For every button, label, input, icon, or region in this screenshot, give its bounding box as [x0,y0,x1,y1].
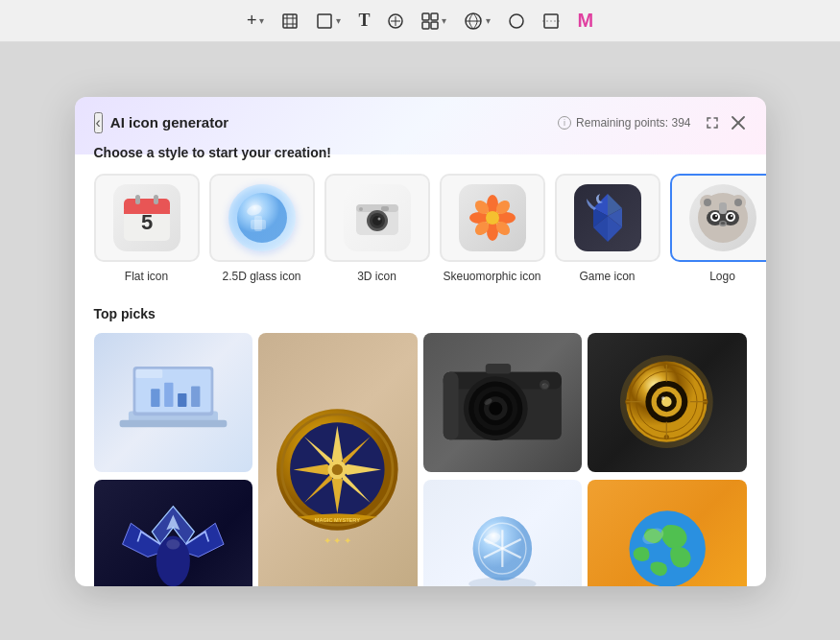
add-tool[interactable]: + ▾ [247,11,265,31]
svg-point-45 [486,211,499,225]
grid-tool[interactable]: ▾ [464,12,491,31]
svg-rect-70 [119,420,227,427]
camera-3d-svg [348,189,406,247]
pick-gold-disc[interactable] [588,333,747,472]
style-card-3d[interactable]: 3D icon [324,174,430,283]
svg-rect-9 [422,22,429,29]
modal-header: ‹ AI icon generator i Remaining points: … [75,97,766,145]
crop-tool[interactable] [542,12,560,30]
style-card-game[interactable]: Game icon [555,174,660,283]
svg-text:MAGIC MYSTERY: MAGIC MYSTERY [315,517,360,523]
svg-rect-103 [486,364,511,374]
gold-disc-svg [599,343,734,461]
pen-tool[interactable] [387,12,404,30]
3d-icon-label: 3D icon [357,270,396,283]
svg-point-118 [661,397,665,401]
svg-point-35 [359,207,363,211]
picks-grid: MAGIC MYSTERY ✦ ✦ ✦ [94,333,747,586]
svg-rect-74 [164,383,173,407]
text-tool[interactable]: T [358,11,370,31]
style-card-skeuomorphic-inner [440,174,545,262]
style-card-flat[interactable]: 5 Flat icon [94,174,200,283]
shape-chevron-icon: ▾ [336,15,341,26]
svg-rect-7 [422,13,429,20]
svg-point-65 [731,215,732,217]
svg-rect-68 [719,202,727,214]
svg-rect-0 [283,14,297,28]
pick-bird[interactable] [94,480,253,586]
game-icon-label: Game icon [579,270,635,283]
style-card-glass-inner [209,174,315,262]
flat-icon-label: Flat icon [125,270,168,283]
svg-point-100 [489,402,502,415]
svg-rect-22 [135,195,140,204]
ai-icon-generator-modal: ‹ AI icon generator i Remaining points: … [75,97,766,586]
circle-icon [508,12,525,30]
brand-logo: M [577,10,593,32]
svg-point-67 [720,222,725,225]
svg-point-90 [332,464,343,475]
toolbar: + ▾ ▾ T ▾ [0,0,840,42]
svg-rect-10 [431,22,438,29]
shape-icon [316,12,333,30]
style-card-flat-inner: 5 [94,174,200,262]
pick-globe[interactable] [588,480,747,586]
close-button[interactable] [730,114,747,131]
svg-rect-102 [444,372,459,439]
style-card-glass[interactable]: 2.5D glass icon [209,174,315,283]
pick-compass[interactable]: MAGIC MYSTERY ✦ ✦ ✦ [258,333,418,586]
glass-svg [233,189,291,247]
camera-svg: ⚫ [435,343,570,461]
svg-point-64 [715,215,717,217]
bird-svg [106,489,241,585]
flat-icon-preview: 5 [113,184,180,251]
frame-tool[interactable] [281,12,299,30]
svg-rect-34 [381,206,389,211]
svg-rect-77 [135,369,162,378]
skeuomorphic-icon-preview [459,184,526,251]
shape-tool[interactable]: ▾ [316,12,341,30]
pick-camera[interactable]: ⚫ [423,333,583,472]
svg-rect-76 [191,386,200,406]
pick-laptop[interactable] [94,333,253,472]
circle-tool[interactable] [508,12,525,30]
remaining-points: Remaining points: 394 [576,116,690,130]
add-chevron-icon: ▾ [259,15,264,26]
svg-rect-73 [151,389,159,407]
svg-text:⚫: ⚫ [541,383,548,390]
component-tool[interactable]: ▾ [421,12,446,30]
header-left: ‹ AI icon generator [94,112,229,133]
svg-point-57 [734,199,742,206]
style-card-logo[interactable]: Logo [670,174,766,283]
header-actions [703,113,747,132]
svg-point-32 [372,216,382,225]
plus-icon: + [247,11,257,31]
svg-rect-23 [154,195,158,204]
crop-icon [542,12,560,30]
frame-icon [281,12,299,30]
modal-content: Choose a style to start your creation! 5 [75,145,766,586]
component-chevron-icon: ▾ [442,15,446,26]
top-picks-heading: Top picks [94,306,747,321]
back-button[interactable]: ‹ [94,112,103,133]
grid-chevron-icon: ▾ [486,15,491,26]
svg-rect-27 [254,216,262,231]
close-icon [732,116,745,130]
svg-rect-8 [431,13,438,20]
style-card-skeuomorphic[interactable]: Skeuomorphic icon [440,174,545,283]
brand-icon: M [577,10,593,32]
svg-point-56 [704,199,711,206]
pick-coin[interactable] [423,480,583,586]
expand-icon [705,115,720,130]
svg-point-124 [166,539,180,550]
compass-svg: MAGIC MYSTERY ✦ ✦ ✦ [270,354,405,586]
laptop-svg [102,340,245,465]
raccoon-svg [694,189,752,247]
glass-icon-label: 2.5D glass icon [222,270,300,283]
svg-text:✦ ✦ ✦: ✦ ✦ ✦ [324,535,351,546]
back-chevron-icon: ‹ [96,114,101,131]
svg-point-33 [377,217,380,220]
expand-button[interactable] [703,113,722,132]
grid-icon [464,12,483,31]
calendar-flat-svg: 5 [118,189,176,247]
